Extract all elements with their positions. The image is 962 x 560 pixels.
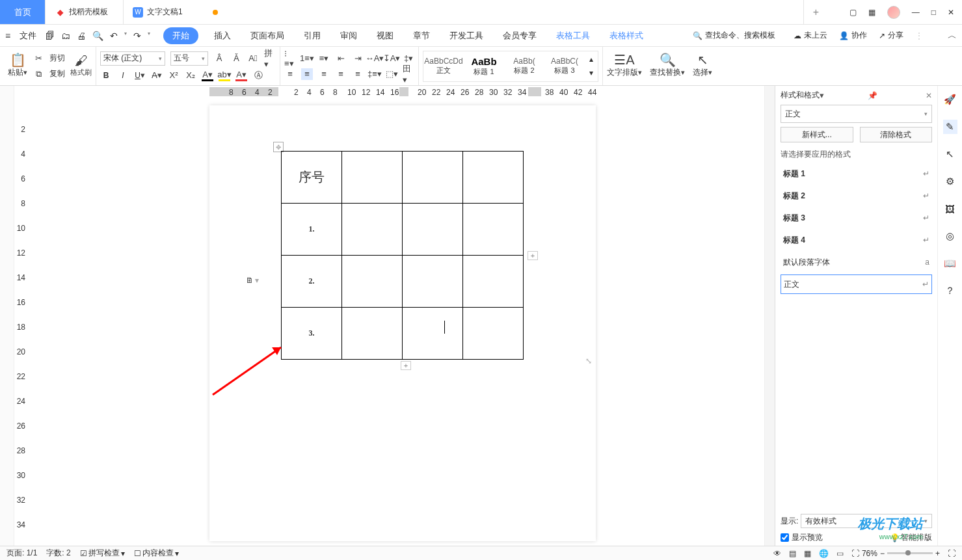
- ribbon-tab[interactable]: 表格工具: [552, 27, 594, 44]
- style-list-item[interactable]: 标题 2↵: [781, 186, 932, 206]
- undo-icon[interactable]: ↶: [110, 31, 118, 41]
- avatar[interactable]: [887, 6, 900, 19]
- cloud-upload[interactable]: ☁未上云: [794, 30, 827, 41]
- rail-help-icon[interactable]: ？: [943, 284, 957, 298]
- zoom-out-icon[interactable]: −: [880, 549, 885, 558]
- pin-icon[interactable]: 📌: [868, 91, 877, 100]
- paste-button[interactable]: 📋 粘贴▾: [8, 54, 27, 78]
- zoom-in-icon[interactable]: +: [935, 549, 940, 558]
- select-button[interactable]: ↖选择▾: [693, 54, 712, 78]
- line-height-icon[interactable]: ‡≡▾: [369, 68, 381, 80]
- view-read-icon[interactable]: ▦: [804, 549, 811, 558]
- table-add-column[interactable]: +: [528, 251, 538, 260]
- rail-image-icon[interactable]: 🖼: [943, 202, 957, 216]
- align-justify-icon[interactable]: ≡: [335, 68, 347, 80]
- phonetic-icon[interactable]: 拼▾: [264, 53, 276, 64]
- ribbon-tab[interactable]: 开始: [163, 27, 198, 44]
- view-web-icon[interactable]: ▭: [836, 549, 844, 558]
- layout1-icon[interactable]: ▢: [849, 8, 857, 17]
- horizontal-ruler[interactable]: 8642246810121416202224262830323438404244: [27, 86, 764, 99]
- ribbon-tab[interactable]: 会员专享: [499, 27, 541, 44]
- font-family-combo[interactable]: 宋体 (正文)▾: [100, 51, 165, 66]
- grow-font-icon[interactable]: Â: [213, 53, 225, 64]
- font-size-combo[interactable]: 五号▾: [170, 51, 208, 66]
- vertical-ruler[interactable]: 24681012141618202224262830323436: [14, 86, 27, 546]
- format-painter-button[interactable]: 🖌 格式刷: [70, 55, 92, 77]
- bold-icon[interactable]: B: [100, 70, 112, 81]
- align-left-icon[interactable]: ≡: [284, 68, 296, 80]
- vertical-scrollbar[interactable]: [764, 86, 775, 546]
- rail-book-icon[interactable]: 📖: [943, 256, 957, 271]
- strike-icon[interactable]: A̶▾: [151, 70, 163, 81]
- clear-format-icon[interactable]: A⃠: [247, 53, 259, 64]
- style-list-item[interactable]: 标题 1↵: [781, 164, 932, 183]
- style-gallery-item[interactable]: AaBbC(标题 3: [546, 53, 583, 80]
- eye-icon[interactable]: 👁: [773, 549, 781, 558]
- print-icon[interactable]: 🖨: [77, 31, 86, 41]
- shrink-font-icon[interactable]: Ǎ: [230, 53, 242, 64]
- command-search[interactable]: 🔍 查找命令、搜索模板: [693, 30, 775, 41]
- cooperate[interactable]: 👤协作: [839, 30, 867, 41]
- line-spacing-icon[interactable]: ‡▾: [403, 53, 414, 64]
- style-gallery-more[interactable]: ▴▾: [586, 53, 596, 80]
- indent-dec-icon[interactable]: ⇤: [335, 53, 347, 64]
- preview-icon[interactable]: 🔍: [92, 31, 103, 41]
- find-replace-button[interactable]: 🔍查找替换▾: [650, 54, 685, 78]
- style-gallery-item[interactable]: AaBb(标题 2: [505, 53, 543, 80]
- italic-icon[interactable]: I: [117, 70, 129, 81]
- superscript-icon[interactable]: X²: [168, 70, 180, 81]
- ribbon-tab[interactable]: 章节: [409, 27, 434, 44]
- align-right-icon[interactable]: ≡: [318, 68, 330, 80]
- style-gallery[interactable]: AaBbCcDd正文AaBb标题 1AaBb(标题 2AaBbC(标题 3▴▾: [423, 51, 598, 82]
- ribbon-tab[interactable]: 审阅: [336, 27, 361, 44]
- minimize-button[interactable]: —: [912, 8, 920, 17]
- style-gallery-item[interactable]: AaBbCcDd正文: [425, 53, 462, 80]
- collapse-ribbon-icon[interactable]: ︿: [948, 30, 957, 42]
- zoom-control[interactable]: ⛶ 76% − +: [851, 549, 940, 558]
- open-icon[interactable]: 🗂: [61, 31, 70, 41]
- layout2-icon[interactable]: ▦: [868, 8, 875, 17]
- subscript-icon[interactable]: X₂: [185, 70, 196, 81]
- rail-target-icon[interactable]: ◎: [943, 229, 957, 243]
- underline-icon[interactable]: U▾: [134, 70, 146, 81]
- save-icon[interactable]: 🗐: [46, 31, 55, 41]
- close-button[interactable]: ✕: [948, 8, 954, 17]
- ribbon-tab[interactable]: 表格样式: [606, 27, 647, 44]
- table-add-row[interactable]: +: [401, 361, 411, 370]
- rail-cursor-icon[interactable]: ↖: [943, 147, 957, 161]
- tab-templates[interactable]: ◆ 找稻壳模板: [46, 0, 124, 24]
- numbering-icon[interactable]: 1≡▾: [301, 53, 313, 64]
- maximize-button[interactable]: □: [931, 8, 936, 17]
- file-menu[interactable]: 文件: [20, 30, 36, 42]
- clear-format-button[interactable]: 清除格式: [860, 127, 933, 142]
- sort-icon[interactable]: ↧A▾: [386, 53, 397, 64]
- ribbon-tab[interactable]: 页面布局: [247, 27, 288, 44]
- style-list-item[interactable]: 标题 3↵: [781, 208, 932, 228]
- tab-home[interactable]: 首页: [0, 0, 46, 24]
- tab-document[interactable]: W 文字文稿1: [124, 0, 804, 24]
- ribbon-tab[interactable]: 视图: [373, 27, 397, 44]
- ribbon-tab[interactable]: 开发工具: [446, 27, 487, 44]
- highlight-icon[interactable]: ab▾: [219, 70, 230, 81]
- view-outline-icon[interactable]: 🌐: [819, 549, 829, 558]
- shading-icon[interactable]: ⬚▾: [386, 68, 397, 80]
- bullets-icon[interactable]: ⁝≡▾: [284, 53, 296, 64]
- ribbon-tab[interactable]: 引用: [300, 27, 325, 44]
- table-resize-handle[interactable]: ⤡: [585, 356, 592, 366]
- status-words[interactable]: 字数: 2: [46, 548, 70, 559]
- char-border-icon[interactable]: Ⓐ: [252, 70, 264, 81]
- font-color-icon[interactable]: A▾: [202, 70, 213, 81]
- status-page[interactable]: 页面: 1/1: [7, 548, 37, 559]
- style-list-item[interactable]: 标题 4↵: [781, 230, 932, 250]
- text-layout-button[interactable]: ☰A文字排版▾: [607, 54, 642, 78]
- indent-inc-icon[interactable]: ⇥: [352, 53, 364, 64]
- tab-add[interactable]: +: [804, 0, 849, 24]
- document-table[interactable]: 序号 1. 2. 3.: [281, 151, 524, 360]
- current-style-combo[interactable]: 正文▾: [781, 105, 932, 123]
- fullscreen-icon[interactable]: ⛶: [948, 549, 955, 558]
- view-page-icon[interactable]: ▤: [789, 549, 796, 558]
- align-dist-icon[interactable]: ≡: [352, 68, 364, 80]
- borders-icon[interactable]: 田▾: [403, 68, 414, 80]
- close-pane-icon[interactable]: ✕: [926, 91, 932, 100]
- new-style-button[interactable]: 新样式...: [781, 127, 853, 142]
